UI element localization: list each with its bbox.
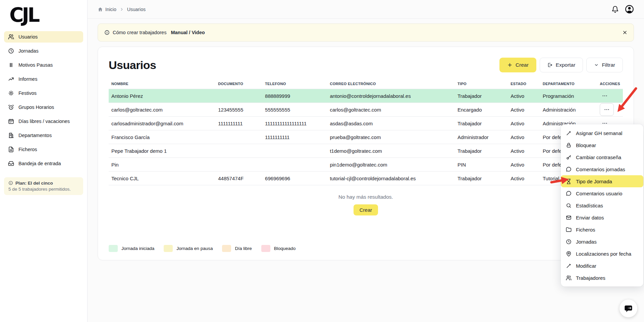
menu-item-bloquear[interactable]: Bloquear [561,139,643,151]
no-more-results-text: No hay más resultados. [109,194,623,200]
close-icon[interactable] [623,30,627,35]
search-icon [566,203,572,208]
chevron-down-icon [594,63,599,67]
cell-tipo: Trabajador [455,89,508,103]
home-icon [98,7,103,12]
row-actions-button-open[interactable] [600,103,614,116]
banner-manual-video-links[interactable]: Manual / Video [171,30,205,35]
plan-info-box: Plan: El del cinco 5 de 5 trabajadores p… [4,177,83,195]
cell-documento: 123455555 [215,103,262,117]
cell-correo: carlos@goltractec.com [327,103,455,117]
cell-telefono: 696969696 [262,172,327,185]
cell-estado: Activo [508,117,540,130]
sidebar-item-label: Jornadas [18,48,39,54]
create-small-button[interactable]: Crear [354,204,378,215]
notifications-bell-button[interactable] [611,6,619,13]
sidebar-item-label: Usuarios [18,34,38,40]
sun-icon [8,90,14,96]
filter-button[interactable]: Filtrar [586,58,623,72]
sidebar-item-jornadas[interactable]: Jornadas [4,45,83,57]
plan-title: Plan: El del cinco [15,181,53,186]
cell-telefono [262,158,327,172]
col-header-correo: CORREO ELECTRÓNICO [327,78,455,89]
sidebar-item-grupos-horarios[interactable]: Grupos Horarios [4,102,83,113]
cell-estado: Activo [508,130,540,144]
cell-nombre: Pin [109,158,215,172]
breadcrumb-current[interactable]: Usuarios [127,7,146,12]
cell-estado: Activo [508,103,540,117]
cell-telefono: 1111111111 [262,130,327,144]
cell-tipo: Encargado [455,103,508,117]
cell-correo: tutorial-cjl@controldejornadalaboral.es [327,172,455,185]
table-row: Tecnico CJL 44857474F 696969696 tutorial… [109,172,623,185]
plus-icon [507,62,513,68]
cell-nombre: carlosadministrador@gmail.com [109,117,215,130]
menu-item-estadisticas[interactable]: Estadísticas [561,199,643,211]
support-chat-button[interactable] [620,300,637,317]
cell-documento [215,144,262,158]
row-actions-button[interactable] [600,91,610,100]
menu-item-localizaciones-por-fecha[interactable]: Localizaciones por fecha [561,248,643,260]
create-button[interactable]: Crear [499,58,536,72]
sidebar-item-dias-libres[interactable]: Días libres / vacaciones [4,116,83,127]
breadcrumb-home[interactable]: Inicio [98,7,116,12]
col-header-tipo: TIPO [455,78,508,89]
cell-telefono: 555555555 [262,103,327,117]
cell-documento [215,89,262,103]
col-header-acciones: ACCIONES [597,78,623,89]
sidebar-item-label: Motivos Pausas [18,62,53,68]
table-row: Pepe Trabajador demo 1 t1demo@goltratec.… [109,144,623,158]
cell-departamento: Administración [540,103,597,117]
clock-icon [566,239,572,245]
cell-nombre: Antonio Pérez [109,89,215,103]
col-header-nombre: NOMBRE [109,78,215,89]
cell-tipo: Trabajador [455,117,508,130]
menu-item-asignar-gh-semanal[interactable]: Asignar GH semanal [561,127,643,139]
plan-subtitle: 5 de 5 trabajadores permitidos. [8,187,79,192]
menu-item-enviar-datos[interactable]: Enviar datos [561,211,643,223]
menu-item-ficheros[interactable]: Ficheros [561,223,643,236]
table-row: Antonio Pérez 888889999 antonio@controld… [109,89,623,103]
hourglass-icon [566,179,572,184]
menu-item-modificar[interactable]: Modificar [561,260,643,272]
legend-swatch-jornada-iniciada [109,245,118,252]
sidebar-item-label: Festivos [18,90,37,96]
calendar-icon [8,118,14,124]
cell-estado: Activo [508,172,540,185]
menu-item-comentarios-usuario[interactable]: Comentarios usuario [561,187,643,199]
cell-estado: Activo [508,144,540,158]
user-avatar-button[interactable] [625,5,634,14]
chat-icon [566,167,572,172]
alarm-clock-icon [8,104,14,110]
legend-swatch-jornada-en-pausa [164,245,173,252]
sidebar-item-festivos[interactable]: Festivos [4,87,83,99]
sidebar: CJL Usuarios Jornadas Motivos Pausas Inf… [0,0,88,322]
menu-item-tipo-de-jornada[interactable]: Tipo de Jornada [561,175,643,187]
mail-icon [566,215,572,220]
sidebar-item-informes[interactable]: Informes [4,73,83,85]
cell-tipo: PIN [455,158,508,172]
col-header-telefono: TELEFONO [262,78,327,89]
cell-correo: antonio@controldejornadalaboral.es [327,89,455,103]
menu-item-jornadas[interactable]: Jornadas [561,236,643,248]
menu-item-trabajadores[interactable]: Trabajadores [561,272,643,284]
key-icon [566,154,572,160]
cell-tipo: Administrador [455,130,508,144]
menu-item-comentarios-jornadas[interactable]: Comentarios jornadas [561,163,643,175]
cell-nombre: carlos@goltractec.com [109,103,215,117]
sidebar-nav: Usuarios Jornadas Motivos Pausas Informe… [0,31,87,169]
export-icon [547,62,553,68]
sidebar-item-motivos-pausas[interactable]: Motivos Pausas [4,59,83,71]
sidebar-item-departamentos[interactable]: Departamentos [4,130,83,141]
cell-correo: t1demo@goltratec.com [327,144,455,158]
file-icon [8,146,14,152]
menu-item-cambiar-contrasena[interactable]: Cambiar contraseña [561,151,643,163]
sidebar-item-ficheros[interactable]: Ficheros [4,144,83,155]
sidebar-item-usuarios[interactable]: Usuarios [4,31,83,43]
sidebar-item-bandeja-entrada[interactable]: Bandeja de entrada [4,158,83,169]
inbox-icon [8,160,14,167]
cell-departamento: Programación [540,89,597,103]
chevron-right-icon [119,7,124,12]
app-logo[interactable]: CJL [9,4,87,26]
export-button[interactable]: Exportar [540,58,583,72]
